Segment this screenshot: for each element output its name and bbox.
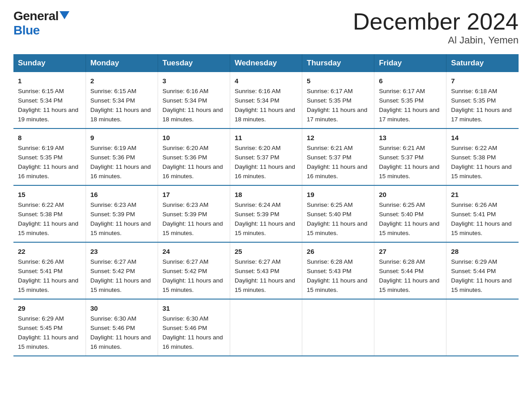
calendar-cell: 23Sunrise: 6:27 AMSunset: 5:42 PMDayligh… <box>86 242 158 299</box>
day-sun-info: Sunrise: 6:15 AMSunset: 5:34 PMDaylight:… <box>18 87 81 124</box>
day-number: 9 <box>90 133 153 143</box>
day-number: 22 <box>18 246 81 257</box>
day-number: 30 <box>90 303 153 313</box>
day-sun-info: Sunrise: 6:20 AMSunset: 5:37 PMDaylight:… <box>235 144 297 181</box>
day-sun-info: Sunrise: 6:15 AMSunset: 5:34 PMDaylight:… <box>90 87 153 124</box>
calendar-cell <box>374 299 446 356</box>
calendar-week-3: 15Sunrise: 6:22 AMSunset: 5:38 PMDayligh… <box>13 185 519 242</box>
calendar-cell: 18Sunrise: 6:24 AMSunset: 5:39 PMDayligh… <box>230 185 302 242</box>
day-number: 16 <box>90 189 153 200</box>
day-sun-info: Sunrise: 6:17 AMSunset: 5:35 PMDaylight:… <box>307 87 369 124</box>
day-number: 3 <box>163 76 225 86</box>
day-number: 23 <box>90 246 153 257</box>
calendar-cell: 10Sunrise: 6:20 AMSunset: 5:36 PMDayligh… <box>158 128 230 185</box>
header-thursday: Thursday <box>302 54 374 72</box>
day-number: 19 <box>307 189 369 200</box>
title-block: December 2024 Al Jabin, Yemen <box>353 9 519 46</box>
day-number: 31 <box>163 303 225 313</box>
calendar-week-4: 22Sunrise: 6:26 AMSunset: 5:41 PMDayligh… <box>13 242 519 299</box>
calendar-cell: 11Sunrise: 6:20 AMSunset: 5:37 PMDayligh… <box>230 128 302 185</box>
day-sun-info: Sunrise: 6:28 AMSunset: 5:44 PMDaylight:… <box>379 257 442 295</box>
day-sun-info: Sunrise: 6:19 AMSunset: 5:35 PMDaylight:… <box>18 144 81 181</box>
day-number: 29 <box>18 303 81 313</box>
day-sun-info: Sunrise: 6:30 AMSunset: 5:46 PMDaylight:… <box>90 314 153 352</box>
day-sun-info: Sunrise: 6:20 AMSunset: 5:36 PMDaylight:… <box>163 144 225 181</box>
day-sun-info: Sunrise: 6:23 AMSunset: 5:39 PMDaylight:… <box>163 201 225 238</box>
logo-blue: Blue <box>13 23 40 38</box>
day-number: 2 <box>90 76 153 86</box>
calendar-cell: 27Sunrise: 6:28 AMSunset: 5:44 PMDayligh… <box>374 242 446 299</box>
calendar-cell: 8Sunrise: 6:19 AMSunset: 5:35 PMDaylight… <box>13 128 86 185</box>
calendar-week-2: 8Sunrise: 6:19 AMSunset: 5:35 PMDaylight… <box>13 128 519 185</box>
calendar-cell: 21Sunrise: 6:26 AMSunset: 5:41 PMDayligh… <box>446 185 519 242</box>
calendar-cell: 1Sunrise: 6:15 AMSunset: 5:34 PMDaylight… <box>13 72 86 128</box>
day-sun-info: Sunrise: 6:24 AMSunset: 5:39 PMDaylight:… <box>235 201 297 238</box>
day-number: 13 <box>379 133 442 143</box>
day-number: 20 <box>379 189 442 200</box>
day-number: 14 <box>451 133 514 143</box>
day-sun-info: Sunrise: 6:30 AMSunset: 5:46 PMDaylight:… <box>163 314 225 352</box>
day-sun-info: Sunrise: 6:16 AMSunset: 5:34 PMDaylight:… <box>163 87 225 124</box>
calendar-cell: 24Sunrise: 6:27 AMSunset: 5:42 PMDayligh… <box>158 242 230 299</box>
calendar-cell: 28Sunrise: 6:29 AMSunset: 5:44 PMDayligh… <box>446 242 519 299</box>
day-number: 17 <box>163 189 225 200</box>
calendar-cell: 15Sunrise: 6:22 AMSunset: 5:38 PMDayligh… <box>13 185 86 242</box>
day-sun-info: Sunrise: 6:29 AMSunset: 5:45 PMDaylight:… <box>18 314 81 352</box>
page-title: December 2024 <box>353 9 519 34</box>
calendar-week-5: 29Sunrise: 6:29 AMSunset: 5:45 PMDayligh… <box>13 299 519 356</box>
day-sun-info: Sunrise: 6:27 AMSunset: 5:42 PMDaylight:… <box>163 257 225 295</box>
header-tuesday: Tuesday <box>158 54 230 72</box>
calendar-cell: 22Sunrise: 6:26 AMSunset: 5:41 PMDayligh… <box>13 242 86 299</box>
day-number: 1 <box>18 76 81 86</box>
day-number: 26 <box>307 246 369 257</box>
day-sun-info: Sunrise: 6:22 AMSunset: 5:38 PMDaylight:… <box>18 201 81 238</box>
day-number: 27 <box>379 246 442 257</box>
page-subtitle: Al Jabin, Yemen <box>353 34 519 46</box>
day-number: 7 <box>451 76 514 86</box>
day-sun-info: Sunrise: 6:29 AMSunset: 5:44 PMDaylight:… <box>451 257 514 295</box>
calendar-header-row: SundayMondayTuesdayWednesdayThursdayFrid… <box>13 54 519 72</box>
header-sunday: Sunday <box>13 54 86 72</box>
day-number: 25 <box>235 246 297 257</box>
day-sun-info: Sunrise: 6:22 AMSunset: 5:38 PMDaylight:… <box>451 144 514 181</box>
logo-general: General <box>13 9 59 23</box>
calendar-cell: 20Sunrise: 6:25 AMSunset: 5:40 PMDayligh… <box>374 185 446 242</box>
calendar-cell: 25Sunrise: 6:27 AMSunset: 5:43 PMDayligh… <box>230 242 302 299</box>
day-number: 15 <box>18 189 81 200</box>
calendar-cell: 29Sunrise: 6:29 AMSunset: 5:45 PMDayligh… <box>13 299 86 356</box>
day-number: 4 <box>235 76 297 86</box>
day-sun-info: Sunrise: 6:25 AMSunset: 5:40 PMDaylight:… <box>379 201 442 238</box>
calendar-cell: 9Sunrise: 6:19 AMSunset: 5:36 PMDaylight… <box>86 128 158 185</box>
calendar-cell: 7Sunrise: 6:18 AMSunset: 5:35 PMDaylight… <box>446 72 519 128</box>
calendar-cell: 13Sunrise: 6:21 AMSunset: 5:37 PMDayligh… <box>374 128 446 185</box>
header-saturday: Saturday <box>446 54 519 72</box>
calendar-cell: 26Sunrise: 6:28 AMSunset: 5:43 PMDayligh… <box>302 242 374 299</box>
header-monday: Monday <box>86 54 158 72</box>
day-sun-info: Sunrise: 6:19 AMSunset: 5:36 PMDaylight:… <box>90 144 153 181</box>
day-sun-info: Sunrise: 6:25 AMSunset: 5:40 PMDaylight:… <box>307 201 369 238</box>
day-sun-info: Sunrise: 6:21 AMSunset: 5:37 PMDaylight:… <box>379 144 442 181</box>
calendar-cell: 5Sunrise: 6:17 AMSunset: 5:35 PMDaylight… <box>302 72 374 128</box>
day-sun-info: Sunrise: 6:26 AMSunset: 5:41 PMDaylight:… <box>18 257 81 295</box>
day-sun-info: Sunrise: 6:27 AMSunset: 5:42 PMDaylight:… <box>90 257 153 295</box>
calendar-table: SundayMondayTuesdayWednesdayThursdayFrid… <box>13 54 519 356</box>
calendar-cell: 2Sunrise: 6:15 AMSunset: 5:34 PMDaylight… <box>86 72 158 128</box>
calendar-cell: 14Sunrise: 6:22 AMSunset: 5:38 PMDayligh… <box>446 128 519 185</box>
day-sun-info: Sunrise: 6:18 AMSunset: 5:35 PMDaylight:… <box>451 87 514 124</box>
day-number: 5 <box>307 76 369 86</box>
day-sun-info: Sunrise: 6:21 AMSunset: 5:37 PMDaylight:… <box>307 144 369 181</box>
logo-triangle-icon <box>60 11 69 19</box>
day-number: 12 <box>307 133 369 143</box>
day-number: 8 <box>18 133 81 143</box>
calendar-cell: 30Sunrise: 6:30 AMSunset: 5:46 PMDayligh… <box>86 299 158 356</box>
day-sun-info: Sunrise: 6:26 AMSunset: 5:41 PMDaylight:… <box>451 201 514 238</box>
day-number: 18 <box>235 189 297 200</box>
calendar-cell: 4Sunrise: 6:16 AMSunset: 5:34 PMDaylight… <box>230 72 302 128</box>
day-number: 6 <box>379 76 442 86</box>
calendar-cell <box>302 299 374 356</box>
day-sun-info: Sunrise: 6:16 AMSunset: 5:34 PMDaylight:… <box>235 87 297 124</box>
logo: General Blue <box>13 9 69 38</box>
day-number: 10 <box>163 133 225 143</box>
header-wednesday: Wednesday <box>230 54 302 72</box>
day-sun-info: Sunrise: 6:28 AMSunset: 5:43 PMDaylight:… <box>307 257 369 295</box>
